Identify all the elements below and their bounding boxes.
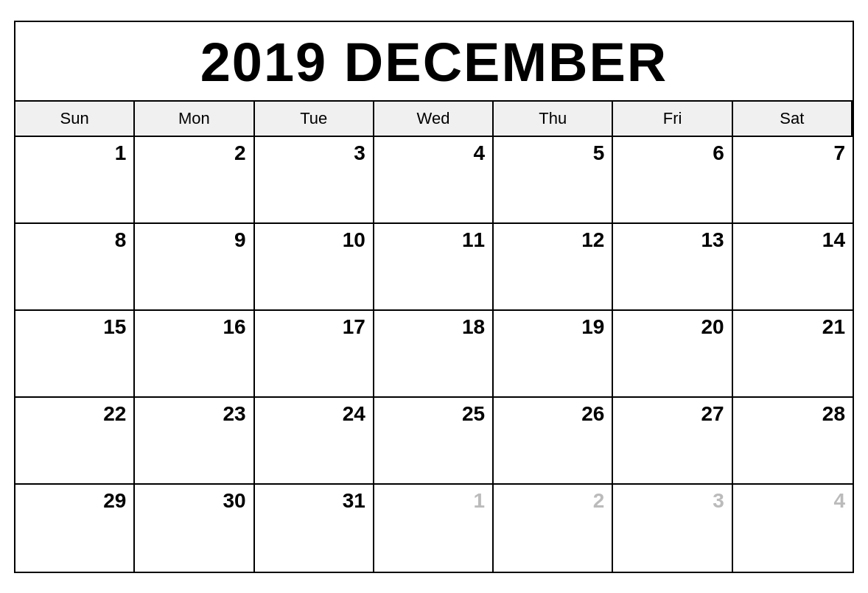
day-number: 3 [259, 141, 365, 165]
day-number: 20 [617, 315, 724, 339]
day-cell[interactable]: 2 [494, 485, 613, 572]
calendar-header: 2019 DECEMBER [15, 22, 853, 102]
day-cell[interactable]: 8 [15, 224, 135, 311]
calendar-title: 2019 DECEMBER [15, 35, 853, 90]
day-cell[interactable]: 13 [613, 224, 732, 311]
day-number: 30 [139, 489, 245, 513]
day-cell[interactable]: 6 [613, 137, 732, 224]
day-number: 23 [139, 402, 245, 426]
day-number: 29 [20, 489, 126, 513]
day-number: 11 [379, 228, 485, 252]
day-number: 3 [617, 489, 724, 513]
day-number: 27 [617, 402, 724, 426]
day-number: 2 [139, 141, 245, 165]
day-number: 12 [498, 228, 604, 252]
day-header-thu: Thu [494, 102, 613, 137]
day-cell[interactable]: 21 [733, 311, 853, 398]
day-cell[interactable]: 7 [733, 137, 853, 224]
day-cell[interactable]: 27 [613, 398, 732, 485]
day-cell[interactable]: 9 [135, 224, 254, 311]
day-header-fri: Fri [613, 102, 732, 137]
day-number: 5 [498, 141, 604, 165]
day-cell[interactable]: 3 [255, 137, 374, 224]
day-cell[interactable]: 14 [733, 224, 853, 311]
day-cell[interactable]: 1 [374, 485, 494, 572]
day-cell[interactable]: 28 [733, 398, 853, 485]
day-number: 24 [259, 402, 365, 426]
day-cell[interactable]: 22 [15, 398, 135, 485]
day-number: 16 [139, 315, 245, 339]
day-number: 19 [498, 315, 604, 339]
day-number: 10 [259, 228, 365, 252]
day-cell[interactable]: 2 [135, 137, 254, 224]
day-cell[interactable]: 24 [255, 398, 374, 485]
day-cell[interactable]: 29 [15, 485, 135, 572]
day-cell[interactable]: 31 [255, 485, 374, 572]
day-cell[interactable]: 5 [494, 137, 613, 224]
day-number: 21 [738, 315, 845, 339]
day-cell[interactable]: 11 [374, 224, 494, 311]
day-cell[interactable]: 20 [613, 311, 732, 398]
day-number: 15 [20, 315, 126, 339]
day-number: 28 [738, 402, 845, 426]
day-cell[interactable]: 4 [374, 137, 494, 224]
day-cell[interactable]: 12 [494, 224, 613, 311]
day-number: 26 [498, 402, 604, 426]
day-number: 17 [259, 315, 365, 339]
day-cell[interactable]: 1 [15, 137, 135, 224]
day-header-sun: Sun [15, 102, 135, 137]
calendar-grid: SunMonTueWedThuFriSat1234567891011121314… [15, 102, 853, 572]
day-cell[interactable]: 26 [494, 398, 613, 485]
day-number: 1 [20, 141, 126, 165]
day-header-mon: Mon [135, 102, 254, 137]
day-cell[interactable]: 25 [374, 398, 494, 485]
day-number: 13 [617, 228, 724, 252]
day-number: 4 [738, 489, 845, 513]
day-header-tue: Tue [255, 102, 374, 137]
day-number: 7 [738, 141, 845, 165]
day-cell[interactable]: 30 [135, 485, 254, 572]
day-cell[interactable]: 4 [733, 485, 853, 572]
day-cell[interactable]: 17 [255, 311, 374, 398]
day-cell[interactable]: 23 [135, 398, 254, 485]
day-number: 22 [20, 402, 126, 426]
day-header-wed: Wed [374, 102, 494, 137]
calendar-container: 2019 DECEMBER SunMonTueWedThuFriSat12345… [14, 21, 854, 573]
day-number: 9 [139, 228, 245, 252]
day-header-sat: Sat [733, 102, 853, 137]
day-number: 25 [379, 402, 485, 426]
day-cell[interactable]: 18 [374, 311, 494, 398]
day-number: 6 [617, 141, 724, 165]
day-cell[interactable]: 10 [255, 224, 374, 311]
day-number: 1 [379, 489, 485, 513]
day-cell[interactable]: 19 [494, 311, 613, 398]
day-number: 2 [498, 489, 604, 513]
day-number: 31 [259, 489, 365, 513]
day-cell[interactable]: 15 [15, 311, 135, 398]
day-cell[interactable]: 16 [135, 311, 254, 398]
day-number: 4 [379, 141, 485, 165]
day-cell[interactable]: 3 [613, 485, 732, 572]
day-number: 8 [20, 228, 126, 252]
day-number: 18 [379, 315, 485, 339]
day-number: 14 [738, 228, 845, 252]
